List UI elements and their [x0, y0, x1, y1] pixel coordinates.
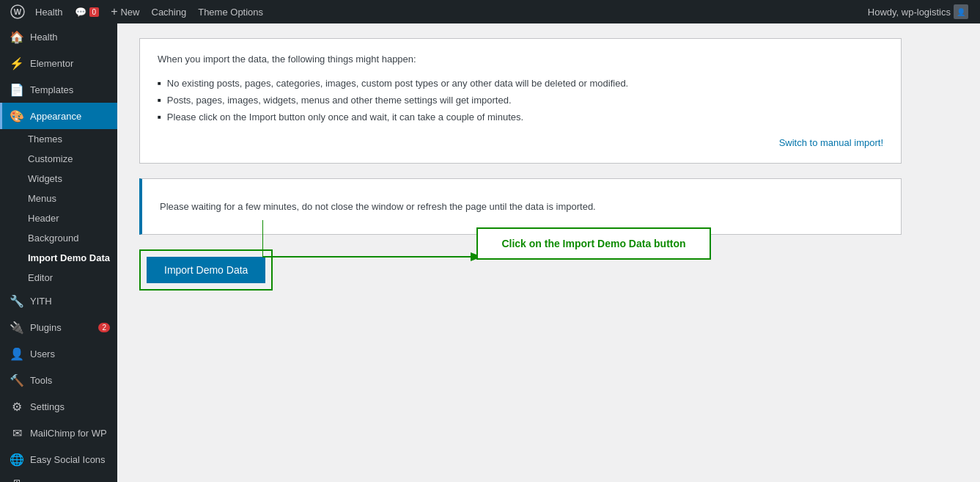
intro-text: When you import the data, the following … — [158, 54, 883, 65]
sidebar-item-templates-label: Templates — [30, 84, 73, 95]
list-item: Posts, pages, images, widgets, menus and… — [158, 92, 883, 109]
new-label: New — [120, 7, 139, 18]
menus-label: Menus — [28, 193, 56, 204]
customize-label: Customize — [28, 153, 73, 164]
settings-icon: ⚙ — [10, 399, 24, 414]
import-demo-label: Import Demo Data — [28, 252, 110, 263]
sidebar-item-appearance[interactable]: 🎨 Appearance — [0, 103, 117, 129]
appearance-icon: 🎨 — [10, 109, 24, 123]
user-avatar[interactable]: 👤 — [954, 4, 968, 19]
adminbar-caching[interactable]: Caching — [146, 0, 193, 23]
sidebar-item-menus[interactable]: Menus — [0, 189, 117, 208]
templates-icon: 📄 — [10, 82, 24, 97]
sidebar-item-easy-social-label: Easy Social Icons — [30, 454, 106, 465]
list-item: No existing posts, pages, categories, im… — [158, 75, 883, 92]
sidebar-item-customize[interactable]: Customize — [0, 149, 117, 169]
info-list: No existing posts, pages, categories, im… — [158, 75, 883, 125]
callout-annotation: Click on the Import Demo Data button — [476, 227, 711, 260]
sidebar-item-theme-options[interactable]: 🎛 Theme Options — [0, 472, 117, 482]
sidebar-item-health-label: Health — [30, 32, 58, 43]
admin-bar: W Health 💬 0 + New Caching Theme Options… — [0, 0, 980, 23]
widgets-label: Widgets — [28, 173, 62, 184]
sidebar-item-background[interactable]: Background — [0, 228, 117, 248]
button-area: Import Demo Data — [139, 249, 902, 291]
site-name: Health — [35, 7, 63, 18]
sidebar-item-editor[interactable]: Editor — [0, 268, 117, 288]
sidebar-item-users-label: Users — [30, 348, 55, 359]
switch-link-container: Switch to manual import! — [158, 137, 883, 148]
yith-icon: 🔧 — [10, 293, 24, 308]
main-content: When you import the data, the following … — [117, 23, 980, 482]
sidebar-item-easy-social[interactable]: 🌐 Easy Social Icons — [0, 446, 117, 472]
admin-menu: 🏠 Health ⚡ Elementor 📄 Templates 🎨 Appea… — [0, 23, 117, 482]
wp-logo[interactable]: W — [6, 0, 29, 23]
plugins-badge: 2 — [98, 323, 110, 332]
adminbar-comments[interactable]: 💬 0 — [69, 0, 106, 23]
plus-icon: + — [111, 5, 117, 18]
sidebar-item-yith-label: YITH — [30, 296, 52, 307]
content-wrap: When you import the data, the following … — [117, 23, 924, 335]
health-icon: 🏠 — [10, 29, 24, 44]
sidebar-item-elementor-label: Elementor — [30, 58, 73, 69]
tools-icon: 🔨 — [10, 373, 24, 387]
adminbar-theme-options[interactable]: Theme Options — [192, 0, 269, 23]
svg-text:W: W — [14, 7, 22, 16]
users-icon: 👤 — [10, 346, 24, 361]
info-section: When you import the data, the following … — [139, 38, 902, 164]
sidebar-item-tools-label: Tools — [30, 375, 52, 386]
sidebar-item-plugins[interactable]: 🔌 Plugins 2 — [0, 314, 117, 340]
sidebar-item-tools[interactable]: 🔨 Tools — [0, 367, 117, 393]
header-label: Header — [28, 213, 59, 224]
sidebar-item-appearance-label: Appearance — [30, 111, 81, 122]
sidebar-item-themes[interactable]: Themes — [0, 129, 117, 149]
adminbar-user: Howdy, wp-logistics 👤 — [868, 4, 974, 19]
editor-label: Editor — [28, 272, 53, 283]
comment-bubble-icon: 💬 — [75, 7, 86, 18]
sidebar-item-header[interactable]: Header — [0, 208, 117, 228]
import-button-wrapper: Import Demo Data — [139, 249, 273, 291]
mailchimp-icon: ✉ — [10, 426, 24, 440]
themes-label: Themes — [28, 134, 62, 145]
sidebar-item-mailchimp-label: MailChimp for WP — [30, 428, 107, 439]
sidebar-item-templates[interactable]: 📄 Templates — [0, 76, 117, 103]
theme-options-label: Theme Options — [198, 7, 263, 18]
sidebar-item-elementor[interactable]: ⚡ Elementor — [0, 50, 117, 76]
adminbar-site[interactable]: Health — [29, 0, 69, 23]
sidebar-item-widgets[interactable]: Widgets — [0, 169, 117, 189]
elementor-icon: ⚡ — [10, 56, 24, 70]
sidebar-item-yith[interactable]: 🔧 YITH — [0, 288, 117, 314]
sidebar-item-settings[interactable]: ⚙ Settings — [0, 393, 117, 420]
import-demo-button[interactable]: Import Demo Data — [147, 257, 265, 283]
background-label: Background — [28, 233, 78, 244]
list-item: Please click on the Import button only o… — [158, 109, 883, 125]
easy-social-icon: 🌐 — [10, 452, 24, 467]
callout-text: Click on the Import Demo Data button — [495, 238, 692, 249]
adminbar-new[interactable]: + New — [105, 0, 145, 23]
caching-label: Caching — [152, 7, 187, 18]
comment-count: 0 — [89, 7, 100, 17]
switch-to-manual-link[interactable]: Switch to manual import! — [779, 137, 883, 148]
sidebar-item-import-demo[interactable]: Import Demo Data — [0, 248, 117, 268]
sidebar-item-health[interactable]: 🏠 Health — [0, 23, 117, 50]
howdy-text: Howdy, wp-logistics — [868, 7, 951, 18]
theme-options-sidebar-icon: 🎛 — [10, 478, 24, 482]
plugins-icon: 🔌 — [10, 320, 24, 335]
sidebar-item-mailchimp[interactable]: ✉ MailChimp for WP — [0, 420, 117, 446]
waiting-box: Please waiting for a few minutes, do not… — [139, 178, 902, 235]
sidebar-item-settings-label: Settings — [30, 401, 65, 412]
waiting-text: Please waiting for a few minutes, do not… — [160, 201, 596, 212]
sidebar-item-plugins-label: Plugins — [30, 322, 62, 333]
sidebar-item-users[interactable]: 👤 Users — [0, 340, 117, 367]
